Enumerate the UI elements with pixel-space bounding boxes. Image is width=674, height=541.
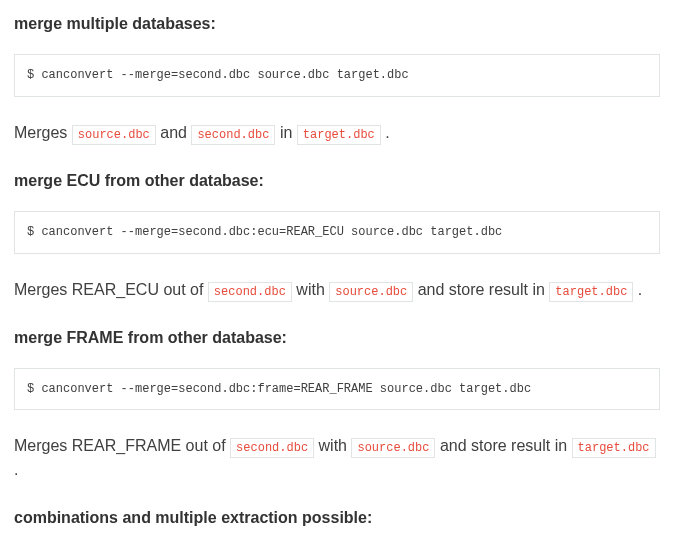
section-heading: merge multiple databases:	[14, 12, 660, 36]
desc-text: .	[638, 281, 642, 298]
description-paragraph: Merges source.dbc and second.dbc in targ…	[14, 121, 660, 145]
description-paragraph: Merges REAR_FRAME out of second.dbc with…	[14, 434, 660, 482]
inline-code: target.dbc	[549, 282, 633, 302]
desc-text: and store result in	[418, 281, 550, 298]
inline-code: second.dbc	[230, 438, 314, 458]
code-block[interactable]: $ canconvert --merge=second.dbc source.d…	[14, 54, 660, 97]
code-block[interactable]: $ canconvert --merge=second.dbc:frame=RE…	[14, 368, 660, 411]
desc-text: in	[280, 124, 297, 141]
desc-text: Merges REAR_ECU out of	[14, 281, 208, 298]
desc-text: with	[296, 281, 329, 298]
section-heading: merge FRAME from other database:	[14, 326, 660, 350]
inline-code: source.dbc	[351, 438, 435, 458]
desc-text: and store result in	[440, 437, 572, 454]
section-heading: combinations and multiple extraction pos…	[14, 506, 660, 530]
desc-text: Merges	[14, 124, 72, 141]
desc-text: .	[385, 124, 389, 141]
desc-text: .	[14, 461, 18, 478]
inline-code: second.dbc	[208, 282, 292, 302]
inline-code: target.dbc	[572, 438, 656, 458]
inline-code: target.dbc	[297, 125, 381, 145]
inline-code: source.dbc	[329, 282, 413, 302]
desc-text: Merges REAR_FRAME out of	[14, 437, 230, 454]
inline-code: second.dbc	[191, 125, 275, 145]
desc-text: and	[160, 124, 191, 141]
description-paragraph: Merges REAR_ECU out of second.dbc with s…	[14, 278, 660, 302]
inline-code: source.dbc	[72, 125, 156, 145]
code-block[interactable]: $ canconvert --merge=second.dbc:ecu=REAR…	[14, 211, 660, 254]
desc-text: with	[319, 437, 352, 454]
section-heading: merge ECU from other database:	[14, 169, 660, 193]
